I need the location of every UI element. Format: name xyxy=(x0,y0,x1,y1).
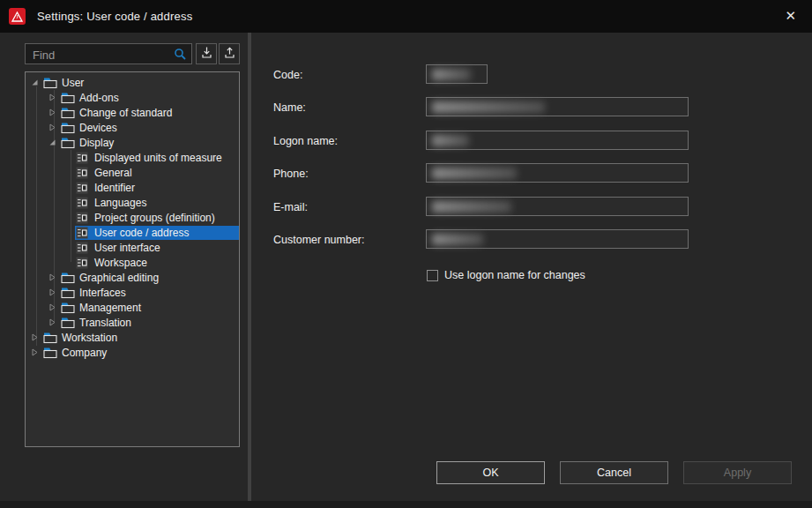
tree-item-display[interactable]: Display xyxy=(26,135,239,150)
tree-item-management[interactable]: Management xyxy=(26,300,239,315)
settings-page-icon xyxy=(76,167,90,179)
settings-page-icon xyxy=(76,152,90,164)
apply-button[interactable]: Apply xyxy=(683,461,792,484)
tree-item-content: Translation xyxy=(60,316,239,330)
logon-name-field[interactable] xyxy=(426,131,689,150)
tree-item-user-code-address[interactable]: User code / address xyxy=(26,225,239,240)
tree-item-label: Display xyxy=(79,137,119,149)
phone-field[interactable] xyxy=(426,163,689,183)
tree-item-content: Display xyxy=(60,136,239,150)
settings-page-icon xyxy=(76,242,90,254)
tree-item-general[interactable]: General xyxy=(26,165,239,180)
find-box xyxy=(25,43,192,64)
collapse-arrow-icon[interactable] xyxy=(31,78,42,86)
redacted-value xyxy=(432,101,545,113)
tree-item-translation[interactable]: Translation xyxy=(26,315,239,330)
window-title: Settings: User code / address xyxy=(37,10,192,23)
tree-item-graphical-editing[interactable]: Graphical editing xyxy=(26,270,239,285)
folder-icon xyxy=(61,317,75,329)
tree-item-content: Interfaces xyxy=(60,286,239,300)
customer-number-field[interactable] xyxy=(426,229,689,249)
tree-item-content: Workspace xyxy=(75,256,239,270)
tree-item-content: Displayed units of measure xyxy=(75,151,239,165)
expand-arrow-icon[interactable] xyxy=(48,288,60,296)
tree-item-label: Workspace xyxy=(94,257,153,269)
window-bottom-edge xyxy=(0,501,812,508)
expand-arrow-icon[interactable] xyxy=(48,318,60,326)
panel-splitter[interactable] xyxy=(248,33,251,501)
tree-item-workstation[interactable]: Workstation xyxy=(26,330,239,345)
tree-item-change-of-standard[interactable]: Change of standard xyxy=(26,105,239,120)
email-field[interactable] xyxy=(426,197,689,216)
settings-page-icon xyxy=(76,257,90,269)
tree-item-content: Languages xyxy=(75,196,239,210)
expand-arrow-icon[interactable] xyxy=(31,333,42,341)
folder-icon xyxy=(61,302,75,314)
tree-item-content: Change of standard xyxy=(60,106,239,120)
tree-item-label: Change of standard xyxy=(79,107,177,119)
collapse-arrow-icon[interactable] xyxy=(48,138,60,146)
folder-icon xyxy=(61,107,75,119)
tree-item-content: User xyxy=(42,76,239,90)
search-input[interactable] xyxy=(31,45,168,64)
titlebar: Settings: User code / address ✕ xyxy=(0,0,812,33)
expand-arrow-icon[interactable] xyxy=(48,123,60,131)
phone-label: Phone: xyxy=(273,168,309,180)
tree-item-label: Translation xyxy=(79,317,137,329)
tree-item-label: Project groups (definition) xyxy=(94,212,220,224)
expand-arrow-icon[interactable] xyxy=(48,93,60,101)
export-settings-button[interactable] xyxy=(219,43,240,64)
tree-item-add-ons[interactable]: Add-ons xyxy=(26,90,239,105)
redacted-value xyxy=(432,168,517,179)
download-icon xyxy=(200,46,213,62)
tree-item-displayed-units-of-measure[interactable]: Displayed units of measure xyxy=(26,150,239,165)
tree-item-company[interactable]: Company xyxy=(26,345,239,360)
folder-icon xyxy=(43,332,57,344)
tree-item-label: Company xyxy=(62,347,112,359)
cancel-button[interactable]: Cancel xyxy=(560,461,668,484)
tree-item-content: Add-ons xyxy=(60,91,239,105)
expand-arrow-icon[interactable] xyxy=(48,108,60,116)
tree-item-label: User code / address xyxy=(94,227,194,239)
tree-item-label: Add-ons xyxy=(79,92,124,104)
tree-item-workspace[interactable]: Workspace xyxy=(26,255,239,270)
tree-item-content: Company xyxy=(42,346,239,360)
expand-arrow-icon[interactable] xyxy=(48,273,60,281)
tree-item-content: Management xyxy=(60,301,239,315)
settings-page-icon xyxy=(76,212,90,224)
tree-item-devices[interactable]: Devices xyxy=(26,120,239,135)
tree-item-languages[interactable]: Languages xyxy=(26,195,239,210)
use-logon-name-row: Use logon name for changes xyxy=(427,269,585,281)
code-field[interactable] xyxy=(426,64,488,84)
app-logo-icon xyxy=(9,8,26,25)
upload-icon xyxy=(223,46,236,62)
expand-arrow-icon[interactable] xyxy=(48,303,60,311)
settings-page-icon xyxy=(76,182,90,194)
name-field[interactable] xyxy=(426,97,689,116)
tree-item-label: User xyxy=(62,77,89,89)
expand-arrow-icon[interactable] xyxy=(31,348,42,356)
import-settings-button[interactable] xyxy=(196,43,217,64)
tree-item-content: General xyxy=(75,166,239,180)
tree-item-label: Interfaces xyxy=(79,287,131,299)
tree-item-user-interface[interactable]: User interface xyxy=(26,240,239,255)
folder-icon xyxy=(61,272,75,284)
tree-item-identifier[interactable]: Identifier xyxy=(26,180,239,195)
tree-item-label: Identifier xyxy=(94,182,140,194)
ok-button[interactable]: OK xyxy=(436,461,545,484)
folder-icon xyxy=(61,122,75,134)
tree-item-content: Devices xyxy=(60,121,239,135)
tree-item-content: User interface xyxy=(75,241,239,255)
search-icon[interactable] xyxy=(174,48,187,64)
tree-item-content: Identifier xyxy=(75,181,239,195)
redacted-value xyxy=(432,135,469,146)
tree-item-interfaces[interactable]: Interfaces xyxy=(26,285,239,300)
tree-item-project-groups-definition[interactable]: Project groups (definition) xyxy=(26,210,239,225)
settings-page-icon xyxy=(76,197,90,209)
code-label: Code: xyxy=(273,69,302,81)
tree-item-content: User code / address xyxy=(75,226,239,240)
tree-item-label: User interface xyxy=(94,242,166,254)
tree-item-user[interactable]: User xyxy=(26,75,239,90)
close-icon[interactable]: ✕ xyxy=(781,7,800,25)
use-logon-name-checkbox[interactable] xyxy=(427,270,438,281)
